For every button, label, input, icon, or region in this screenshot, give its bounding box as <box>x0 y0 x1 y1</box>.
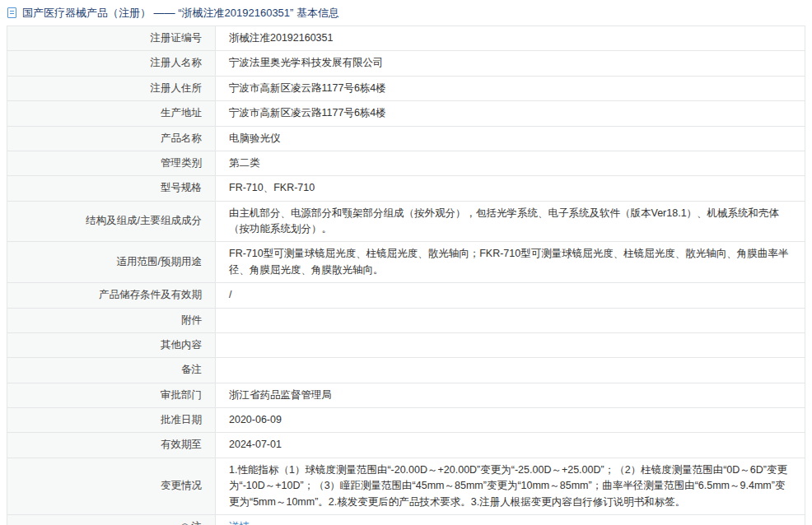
row-value: 2024-07-01 <box>216 433 805 458</box>
row-label: 适用范围/预期用途 <box>7 242 216 283</box>
row-value <box>216 358 805 383</box>
row-label: 注册人住所 <box>7 76 216 100</box>
table-row: 注册人住所 宁波市高新区凌云路1177号6栋4楼 <box>7 76 805 100</box>
row-value: 由主机部分、电源部分和颚架部分组成（按外观分），包括光学系统、电子系统及软件（版… <box>216 201 805 242</box>
table-row: 审批部门 浙江省药品监督管理局 <box>7 383 805 407</box>
row-value: FR-710型可测量球镜屈光度、柱镜屈光度、散光轴向；FKR-710型可测量球镜… <box>216 242 805 283</box>
row-label: 审批部门 <box>7 383 216 407</box>
table-row: 其他内容 <box>7 332 805 357</box>
row-value: 电脑验光仪 <box>216 126 805 151</box>
row-value: / <box>216 283 805 308</box>
row-value: 浙江省药品监督管理局 <box>216 383 805 407</box>
table-row: 批准日期 2020-06-09 <box>7 408 805 433</box>
table-row: ◉注 详情 <box>7 514 805 525</box>
page-header: 国产医疗器械产品（注册） —— “浙械注准20192160351” 基本信息 <box>0 0 812 26</box>
row-label: 其他内容 <box>7 332 216 357</box>
row-value: 宁波法里奥光学科技发展有限公司 <box>216 51 805 76</box>
row-value: 详情 <box>216 514 805 525</box>
row-label: 注册人名称 <box>7 51 216 76</box>
table-row: 备注 <box>7 358 805 383</box>
detail-link[interactable]: 详情 <box>229 521 250 525</box>
row-label: 注册证编号 <box>7 26 216 51</box>
row-label: 产品储存条件及有效期 <box>7 283 216 308</box>
document-icon <box>7 7 16 18</box>
row-label: 批准日期 <box>7 408 216 433</box>
row-value: 第二类 <box>216 151 805 175</box>
table-row: 适用范围/预期用途 FR-710型可测量球镜屈光度、柱镜屈光度、散光轴向；FKR… <box>7 242 805 283</box>
table-row: 注册人名称 宁波法里奥光学科技发展有限公司 <box>7 51 805 76</box>
registration-info-page: 国产医疗器械产品（注册） —— “浙械注准20192160351” 基本信息 注… <box>0 0 812 525</box>
page-title: 国产医疗器械产品（注册） —— “浙械注准20192160351” 基本信息 <box>22 6 339 21</box>
registration-info-table: 注册证编号 浙械注准20192160351 注册人名称 宁波法里奥光学科技发展有… <box>7 26 805 525</box>
row-value: 浙械注准20192160351 <box>216 26 805 51</box>
row-value: 宁波市高新区凌云路1177号6栋4楼 <box>216 101 805 126</box>
row-label: 附件 <box>7 308 216 332</box>
table-row: 型号规格 FR-710、FKR-710 <box>7 176 805 201</box>
table-row: 变更情况 1.性能指标（1）球镜度测量范围由“-20.00D～+20.00D”变… <box>7 458 805 514</box>
row-label: 产品名称 <box>7 126 216 151</box>
row-label: 变更情况 <box>7 458 216 514</box>
row-label: 型号规格 <box>7 176 216 201</box>
table-row: 有效期至 2024-07-01 <box>7 433 805 458</box>
table-row: 注册证编号 浙械注准20192160351 <box>7 26 805 51</box>
table-row: 生产地址 宁波市高新区凌云路1177号6栋4楼 <box>7 101 805 126</box>
table-row: 附件 <box>7 308 805 332</box>
row-label: 生产地址 <box>7 101 216 126</box>
row-value: FR-710、FKR-710 <box>216 176 805 201</box>
row-value <box>216 332 805 357</box>
info-table-body: 注册证编号 浙械注准20192160351 注册人名称 宁波法里奥光学科技发展有… <box>7 26 805 525</box>
row-label: 备注 <box>7 358 216 383</box>
row-value: 2020-06-09 <box>216 408 805 433</box>
table-row: 管理类别 第二类 <box>7 151 805 175</box>
table-row: 产品储存条件及有效期 / <box>7 283 805 308</box>
table-row: 产品名称 电脑验光仪 <box>7 126 805 151</box>
row-label: 结构及组成/主要组成成分 <box>7 201 216 242</box>
row-value: 1.性能指标（1）球镜度测量范围由“-20.00D～+20.00D”变更为“-2… <box>216 458 805 514</box>
table-row: 结构及组成/主要组成成分 由主机部分、电源部分和颚架部分组成（按外观分），包括光… <box>7 201 805 242</box>
row-label: ◉注 <box>7 514 216 525</box>
row-label: 有效期至 <box>7 433 216 458</box>
row-value: 宁波市高新区凌云路1177号6栋4楼 <box>216 76 805 100</box>
row-value <box>216 308 805 332</box>
row-label: 管理类别 <box>7 151 216 175</box>
note-icon: ◉ <box>180 521 189 525</box>
